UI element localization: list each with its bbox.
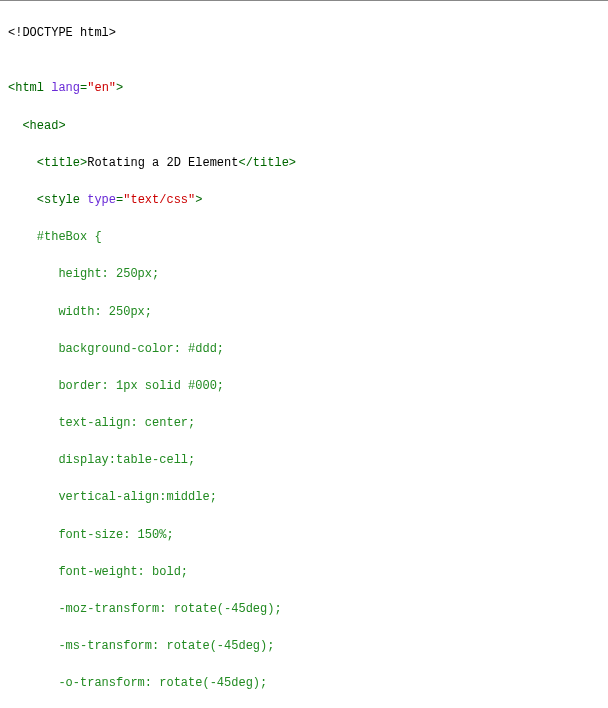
- code-token: <title>: [8, 156, 87, 170]
- code-token: border: 1px solid #000;: [8, 379, 224, 393]
- code-token: font-size: 150%;: [8, 528, 174, 542]
- code-token: <style: [8, 193, 87, 207]
- code-token: </title>: [238, 156, 296, 170]
- code-token: Rotating a 2D Element: [87, 156, 238, 170]
- code-token: <html: [8, 81, 51, 95]
- code-token: width: 250px;: [8, 305, 152, 319]
- code-token: >: [195, 193, 202, 207]
- code-token: background-color: #ddd;: [8, 342, 224, 356]
- code-token: <!DOCTYPE html>: [8, 26, 116, 40]
- code-token: display:table-cell;: [8, 453, 195, 467]
- code-token: text-align: center;: [8, 416, 195, 430]
- code-token: -moz-transform: rotate(-45deg);: [8, 602, 282, 616]
- code-token: #theBox {: [8, 230, 102, 244]
- code-token: >: [116, 81, 123, 95]
- code-block: <!DOCTYPE html> <html lang="en"> <head> …: [0, 0, 608, 708]
- code-token: type: [87, 193, 116, 207]
- code-token: lang: [51, 81, 80, 95]
- code-token: -o-transform: rotate(-45deg);: [8, 676, 267, 690]
- code-token: font-weight: bold;: [8, 565, 188, 579]
- code-token: -ms-transform: rotate(-45deg);: [8, 639, 274, 653]
- code-token: vertical-align:middle;: [8, 490, 217, 504]
- code-token: height: 250px;: [8, 267, 159, 281]
- code-token: "text/css": [123, 193, 195, 207]
- code-token: <head>: [8, 119, 66, 133]
- code-token: "en": [87, 81, 116, 95]
